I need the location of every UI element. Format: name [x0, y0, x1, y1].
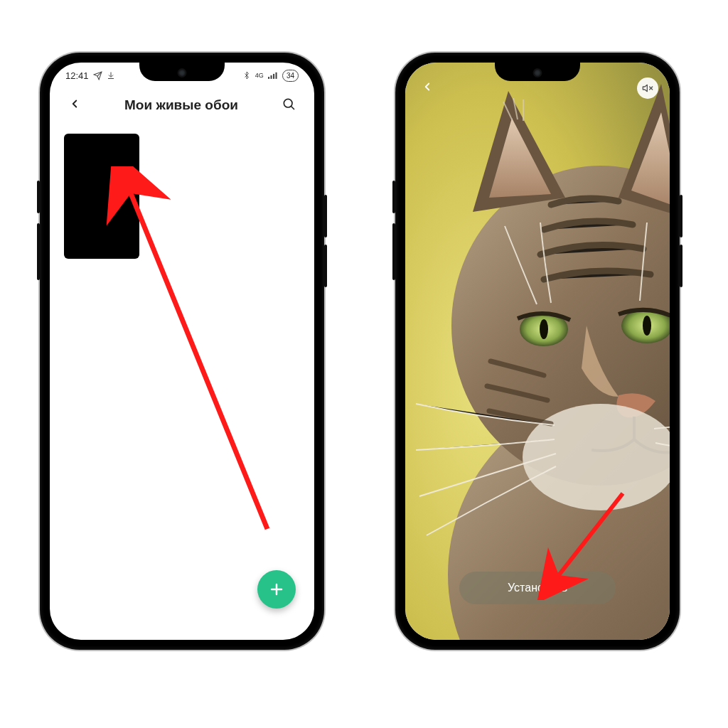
status-right: 4G 34 [242, 70, 299, 82]
app-header: Мои живые обои [50, 87, 314, 124]
search-button[interactable] [277, 92, 300, 118]
chevron-left-icon [68, 97, 81, 110]
screen: Установить [405, 63, 670, 640]
wallpaper-thumbnail[interactable] [64, 134, 139, 259]
back-button[interactable] [417, 75, 438, 102]
side-button [37, 181, 40, 213]
svg-marker-20 [643, 85, 647, 91]
screen: 12:41 4G [50, 63, 314, 640]
search-icon [282, 97, 296, 111]
download-icon [107, 71, 115, 80]
plus-icon [268, 581, 285, 598]
battery-icon: 34 [282, 70, 299, 82]
phone-right: Установить [395, 53, 680, 650]
apply-wallpaper-button[interactable]: Установить [459, 572, 616, 604]
svg-rect-2 [273, 74, 274, 79]
add-wallpaper-button[interactable] [257, 570, 296, 609]
apply-label: Установить [508, 582, 567, 594]
side-button [392, 223, 395, 280]
svg-line-5 [291, 107, 294, 109]
side-button [392, 181, 395, 213]
send-icon [93, 71, 102, 80]
side-button [37, 223, 40, 280]
phone-left: 12:41 4G [40, 53, 324, 650]
canvas: 12:41 4G [0, 0, 728, 728]
battery-text: 34 [287, 72, 294, 80]
svg-point-16 [540, 319, 548, 339]
chevron-left-icon [421, 80, 434, 93]
mute-button[interactable] [637, 77, 658, 99]
bluetooth-icon [242, 70, 251, 80]
page-title: Мои живые обои [124, 97, 238, 113]
network-label: 4G [255, 73, 264, 79]
status-time: 12:41 [65, 70, 89, 81]
status-left: 12:41 [65, 70, 115, 81]
svg-rect-1 [270, 75, 272, 79]
side-button [680, 195, 682, 237]
back-button[interactable] [64, 92, 85, 119]
notch [139, 63, 225, 81]
signal-icon [268, 71, 278, 80]
mute-icon [642, 82, 653, 94]
notch [495, 63, 580, 81]
svg-rect-3 [275, 73, 277, 79]
svg-rect-0 [268, 77, 269, 79]
side-button [324, 245, 327, 287]
side-button [324, 195, 327, 237]
side-button [680, 245, 682, 287]
wallpaper-preview[interactable] [405, 63, 670, 640]
svg-point-18 [643, 316, 651, 336]
